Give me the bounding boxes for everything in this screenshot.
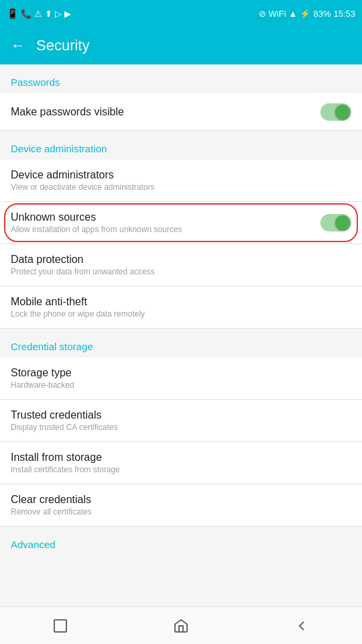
status-right: ⊘ WiFi ▲ ⚡ 83% 15:53	[259, 9, 355, 19]
data-protection-subtitle: Protect your data from unwanted access	[11, 267, 351, 276]
device-administrators-item[interactable]: Device administrators View or deactivate…	[0, 160, 362, 202]
unknown-sources-item[interactable]: Unknown sources Allow installation of ap…	[0, 202, 362, 244]
signal-icon: ▲	[289, 9, 298, 19]
data-protection-item[interactable]: Data protection Protect your data from u…	[0, 244, 362, 286]
bottom-nav	[0, 606, 362, 644]
home-button[interactable]	[162, 607, 200, 645]
unknown-sources-subtitle: Allow installation of apps from unknown …	[11, 225, 320, 234]
storage-type-subtitle: Hardware-backed	[11, 380, 351, 390]
clear-credentials-text: Clear credentials Remove all certificate…	[11, 494, 351, 517]
storage-type-text: Storage type Hardware-backed	[11, 367, 351, 390]
block-icon: ⊘	[259, 9, 266, 19]
make-passwords-visible-item[interactable]: Make passwords visible	[0, 93, 362, 131]
device-administrators-text: Device administrators View or deactivate…	[11, 169, 351, 192]
make-passwords-visible-text: Make passwords visible	[11, 106, 320, 118]
section-header-advanced: Advanced	[0, 527, 362, 555]
trusted-credentials-subtitle: Display trusted CA certificates	[11, 423, 351, 432]
phone-icon: 📞	[21, 9, 32, 19]
section-header-credential-storage: Credential storage	[0, 329, 362, 358]
section-credential-storage: Credential storage Storage type Hardware…	[0, 329, 362, 527]
install-from-storage-subtitle: Install certificates from storage	[11, 465, 351, 474]
data-protection-title: Data protection	[11, 254, 351, 266]
unknown-sources-title: Unknown sources	[11, 211, 320, 223]
make-passwords-visible-title: Make passwords visible	[11, 106, 320, 118]
mobile-anti-theft-title: Mobile anti-theft	[11, 296, 351, 308]
wifi-icon: WiFi	[269, 9, 286, 19]
section-header-device-admin: Device administration	[0, 131, 362, 160]
home-icon	[173, 618, 189, 634]
trusted-credentials-item[interactable]: Trusted credentials Display trusted CA c…	[0, 400, 362, 442]
section-device-administration: Device administration Device administrat…	[0, 131, 362, 329]
mobile-anti-theft-item[interactable]: Mobile anti-theft Lock the phone or wipe…	[0, 286, 362, 329]
recent-apps-button[interactable]	[42, 607, 79, 645]
status-icons: 📱 📞 ⚠ ⬆ ▷ ▶	[7, 8, 71, 19]
section-header-passwords: Passwords	[0, 64, 362, 93]
mobile-anti-theft-text: Mobile anti-theft Lock the phone or wipe…	[11, 296, 351, 319]
app-header: ← Security	[0, 27, 362, 64]
time-text: 15:53	[333, 9, 355, 19]
toggle-thumb	[335, 215, 350, 230]
whatsapp-icon: 📱	[7, 8, 18, 19]
trusted-credentials-title: Trusted credentials	[11, 409, 351, 421]
clear-credentials-title: Clear credentials	[11, 494, 351, 506]
clear-credentials-subtitle: Remove all certificates	[11, 507, 351, 517]
unknown-sources-text: Unknown sources Allow installation of ap…	[11, 211, 320, 234]
status-bar: 📱 📞 ⚠ ⬆ ▷ ▶ ⊘ WiFi ▲ ⚡ 83% 15:53	[0, 0, 362, 27]
install-from-storage-text: Install from storage Install certificate…	[11, 451, 351, 474]
back-nav-icon	[294, 618, 310, 634]
clear-credentials-item[interactable]: Clear credentials Remove all certificate…	[0, 484, 362, 527]
device-administrators-subtitle: View or deactivate device administrators	[11, 182, 351, 192]
youtube-icon: ▶	[64, 9, 71, 19]
make-passwords-visible-toggle[interactable]	[320, 103, 351, 121]
bolt-icon: ⚡	[300, 9, 310, 19]
data-protection-text: Data protection Protect your data from u…	[11, 254, 351, 276]
trusted-credentials-text: Trusted credentials Display trusted CA c…	[11, 409, 351, 432]
section-passwords: Passwords Make passwords visible	[0, 64, 362, 131]
recent-apps-icon	[54, 619, 67, 633]
page-title: Security	[36, 37, 89, 54]
back-button[interactable]: ←	[11, 37, 25, 54]
content-area: Passwords Make passwords visible Device …	[0, 64, 362, 606]
install-from-storage-title: Install from storage	[11, 451, 351, 464]
device-administrators-title: Device administrators	[11, 169, 351, 181]
unknown-sources-toggle[interactable]	[320, 214, 351, 231]
mobile-anti-theft-subtitle: Lock the phone or wipe data remotely	[11, 309, 351, 319]
storage-type-title: Storage type	[11, 367, 351, 379]
section-advanced: Advanced	[0, 527, 362, 555]
toggle-thumb	[335, 105, 350, 119]
install-from-storage-item[interactable]: Install from storage Install certificate…	[0, 442, 362, 484]
back-button-nav[interactable]	[283, 607, 320, 645]
upload-icon: ⬆	[45, 9, 52, 19]
nav-icon: ▷	[55, 9, 62, 19]
storage-type-item[interactable]: Storage type Hardware-backed	[0, 358, 362, 400]
alert-icon: ⚠	[34, 9, 42, 19]
battery-text: 83%	[313, 9, 330, 19]
